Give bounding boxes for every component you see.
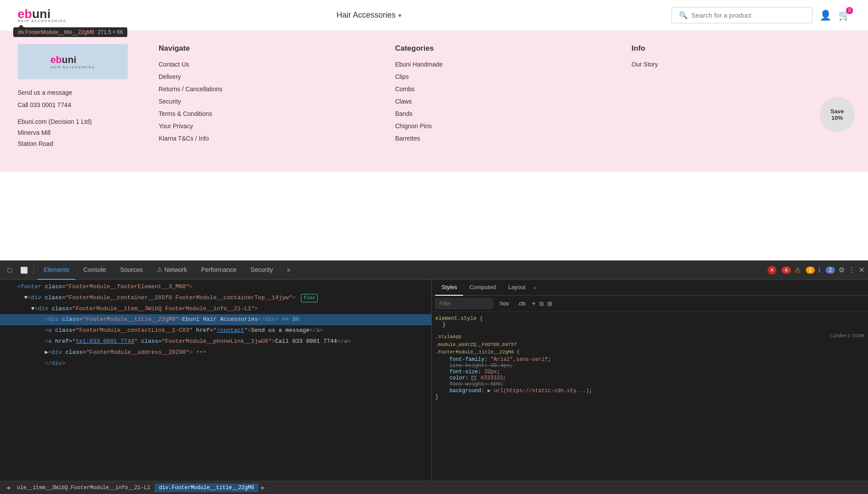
info-icon: ℹ — [818, 267, 820, 274]
footer-content: ebuni HAIR ACCESSORIES Send us a message… — [0, 31, 868, 172]
footer-categories-col: Categories Ebuni Handmade Clips Combs Cl… — [395, 44, 614, 159]
devtools-inspect-icon[interactable]: ⬜ — [18, 264, 30, 276]
styles-hov-button[interactable]: :hov — [496, 299, 512, 308]
cat-link-claws[interactable]: Claws — [395, 95, 614, 108]
elements-line-5[interactable]: <a class="FooterModule__contactLink__1-C… — [0, 325, 431, 336]
warn-icon: ⚠ — [794, 266, 801, 274]
elements-line-4-selected[interactable]: <div class="FooterModule__title__22gM8">… — [0, 314, 431, 325]
styles-copy-icon[interactable]: ⧉ — [539, 300, 544, 308]
tab-sources[interactable]: Sources — [114, 260, 149, 280]
cat-link-barrettes[interactable]: Barrettes — [395, 132, 614, 145]
nav-link-delivery[interactable]: Delivery — [159, 71, 378, 83]
css-rule-header: .stylaApp.module_aG9tZQ__FOOTER_69757.Fo… — [435, 333, 864, 357]
css-close-brace-2: } — [435, 394, 864, 400]
phone-link[interactable]: Call 033 0001 7744 — [18, 99, 141, 111]
devtools-body: <footer class="FooterModule__footerEleme… — [0, 280, 868, 481]
devtools-toolbar: ⬡ ⬜ Elements Console Sources ⚠ Network P… — [0, 260, 868, 280]
styles-tabs-more[interactable]: » — [533, 284, 536, 291]
devtools-right-icons: ✕ 4 ⚠ 1 ℹ 2 ⚙ ⋮ ✕ — [768, 266, 864, 275]
css-prop-font-size: font-size: 32px; — [442, 369, 864, 375]
header-right: 🔍 👤 🛒 0 — [671, 7, 850, 23]
nav-link-klarna[interactable]: Klarna T&Cs / Info — [159, 132, 378, 145]
cat-link-bands[interactable]: Bands — [395, 108, 614, 120]
breadcrumb-item-1[interactable]: ule__item__3WibQ.FooterModule__info__2l-… — [12, 483, 154, 492]
css-selector-element: element.style { — [435, 316, 864, 322]
tab-security[interactable]: Security — [245, 260, 279, 280]
elements-line-1[interactable]: <footer class="FooterModule__footerEleme… — [0, 282, 431, 293]
cat-link-chignon[interactable]: Chignon Pins — [395, 120, 614, 132]
styles-cls-button[interactable]: .cls — [515, 299, 528, 308]
cart-badge: 0 — [846, 7, 853, 14]
devtools-breadcrumb: ◀ ule__item__3WibQ.FooterModule__info__2… — [0, 481, 868, 494]
header-nav[interactable]: Hair Accessories ▾ — [337, 11, 401, 20]
cat-link-combs[interactable]: Combs — [395, 83, 614, 95]
info-badge: 2 — [826, 267, 835, 274]
info-link-story[interactable]: Our Story — [631, 58, 850, 71]
color-swatch[interactable] — [471, 376, 476, 380]
styles-add-rule-button[interactable]: + — [532, 300, 536, 308]
styles-layout-icon[interactable]: ⊞ — [547, 300, 553, 307]
styles-tab-layout[interactable]: Layout — [502, 280, 531, 296]
search-input[interactable] — [691, 11, 805, 19]
styles-tab-styles[interactable]: Styles — [435, 280, 463, 296]
breadcrumb-left-arrow[interactable]: ◀ — [4, 483, 12, 493]
styles-filter-input[interactable] — [435, 298, 493, 309]
logo[interactable]: ebuni HAIR ACCESSORIES — [18, 8, 67, 23]
tab-performance[interactable]: Performance — [195, 260, 242, 280]
cat-link-clips[interactable]: Clips — [395, 71, 614, 83]
nav-link-contact[interactable]: Contact Us — [159, 58, 378, 71]
logo-area: ebuni HAIR ACCESSORIES — [18, 8, 67, 23]
styles-tabs: Styles Computed Layout » — [432, 280, 868, 296]
elements-panel[interactable]: <footer class="FooterModule__footerEleme… — [0, 280, 432, 481]
close-devtools-icon[interactable]: ✕ — [859, 266, 864, 274]
elements-line-6[interactable]: <a href="tel:033 0001 7744" class="Foote… — [0, 336, 431, 347]
breadcrumb-right-arrow[interactable]: ▶ — [259, 483, 267, 493]
nav-link-terms[interactable]: Terms & Conditions — [159, 108, 378, 120]
cat-link-handmade[interactable]: Ebuni Handmade — [395, 58, 614, 71]
error-badge: 4 — [782, 267, 791, 274]
elements-line-2[interactable]: ▼<div class="FooterModule__container__28… — [0, 293, 431, 304]
footer-address: Ebuni.com (Decision 1 Ltd) Minerva Mill … — [18, 116, 141, 150]
user-icon[interactable]: 👤 — [820, 10, 831, 21]
error-icon: ✕ — [768, 266, 776, 275]
nav-link-returns[interactable]: Returns / Cancellations — [159, 83, 378, 95]
send-message-link[interactable]: Send us a message — [18, 86, 141, 99]
tab-network[interactable]: ⚠ Network — [151, 260, 193, 280]
css-rule-title: .stylaApp.module_aG9tZQ__FOOTER_69757.Fo… — [435, 333, 864, 400]
footer-contact-info: Send us a message Call 033 0001 7744 — [18, 86, 141, 111]
footer-logo-box: ebuni HAIR ACCESSORIES — [18, 44, 128, 79]
nav-link-privacy[interactable]: Your Privacy — [159, 120, 378, 132]
footer-logo-sub: HAIR ACCESSORIES — [51, 66, 95, 69]
info-heading: Info — [631, 44, 850, 53]
more-options-icon[interactable]: ⋮ — [848, 266, 855, 274]
devtools-cursor-icon[interactable]: ⬡ — [4, 264, 16, 276]
elements-line-3[interactable]: ▼<div class="FooterModule__item__3WibQ F… — [0, 304, 431, 315]
footer-logo-col: ebuni HAIR ACCESSORIES Send us a message… — [18, 44, 141, 159]
search-box[interactable]: 🔍 — [671, 7, 812, 23]
breadcrumb-item-2-active[interactable]: div.FooterModule__title__22gM8 — [155, 483, 259, 492]
flex-badge[interactable]: flex — [301, 294, 318, 303]
css-close-brace: } — [442, 322, 864, 328]
footer-logo: ebuni HAIR ACCESSORIES — [51, 55, 95, 69]
tab-more[interactable]: » — [281, 260, 297, 280]
css-prop-color: color: #333333; — [442, 375, 864, 381]
nav-link-security[interactable]: Security — [159, 95, 378, 108]
save-badge[interactable]: Save 10% — [820, 97, 855, 132]
element-tooltip: div.FooterModule__title__22gM8 271.5 × 6… — [13, 27, 127, 37]
cart-icon[interactable]: 🛒 0 — [838, 10, 850, 21]
elements-line-7[interactable]: ▶<div class="FooterModule__address__2029… — [0, 347, 431, 358]
network-warning-icon: ⚠ — [157, 266, 163, 273]
css-rule-element-style: element.style { } — [435, 316, 864, 328]
css-prop-line-height: line-height: 38.4px; — [442, 363, 864, 369]
warn-badge: 1 — [806, 267, 815, 274]
tab-console[interactable]: Console — [77, 260, 112, 280]
tab-elements[interactable]: Elements — [37, 260, 75, 280]
header: ebuni HAIR ACCESSORIES Hair Accessories … — [0, 0, 868, 31]
settings-icon[interactable]: ⚙ — [838, 266, 845, 274]
toolbar-separator-1 — [33, 266, 34, 275]
styles-toolbar: :hov .cls + ⧉ ⊞ — [432, 296, 868, 312]
elements-line-8[interactable]: </div> — [0, 358, 431, 369]
search-icon: 🔍 — [679, 11, 688, 19]
styles-tab-computed[interactable]: Computed — [463, 280, 502, 296]
css-source-link[interactable]: (index):5108 — [830, 333, 864, 338]
